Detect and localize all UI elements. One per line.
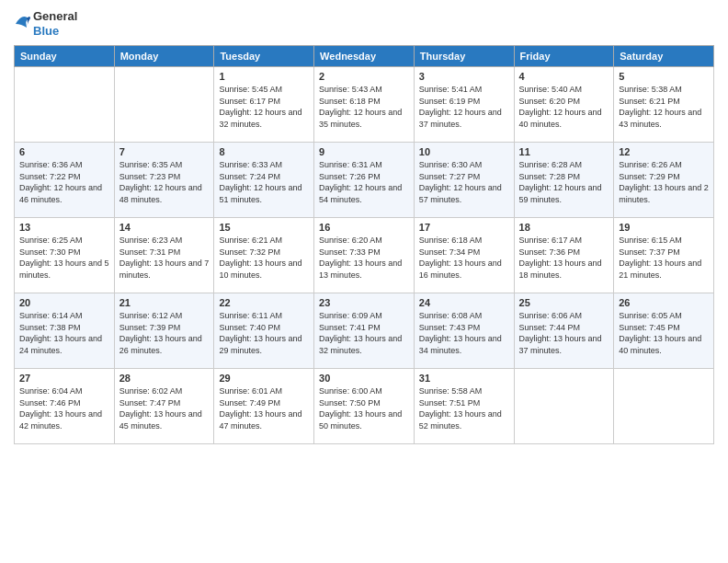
day-info: Sunrise: 6:35 AMSunset: 7:23 PMDaylight:… xyxy=(119,159,210,205)
calendar-cell: 1Sunrise: 5:45 AMSunset: 6:17 PMDaylight… xyxy=(214,67,314,143)
day-info: Sunrise: 6:18 AMSunset: 7:34 PMDaylight:… xyxy=(419,235,509,281)
day-number: 4 xyxy=(519,71,609,82)
calendar-cell: 9Sunrise: 6:31 AMSunset: 7:26 PMDaylight… xyxy=(314,143,415,218)
day-number: 16 xyxy=(319,222,409,233)
day-number: 13 xyxy=(19,222,109,233)
day-info: Sunrise: 6:08 AMSunset: 7:43 PMDaylight:… xyxy=(419,310,509,356)
day-number: 17 xyxy=(419,222,509,233)
day-info: Sunrise: 6:14 AMSunset: 7:38 PMDaylight:… xyxy=(19,310,109,356)
day-number: 19 xyxy=(619,222,709,233)
day-number: 9 xyxy=(319,146,409,157)
calendar-table: SundayMondayTuesdayWednesdayThursdayFrid… xyxy=(14,45,714,444)
calendar-cell: 8Sunrise: 6:33 AMSunset: 7:24 PMDaylight… xyxy=(214,143,314,218)
calendar-header-thursday: Thursday xyxy=(414,46,514,67)
day-number: 27 xyxy=(19,373,109,384)
day-info: Sunrise: 5:43 AMSunset: 6:18 PMDaylight:… xyxy=(319,84,409,130)
calendar-header-tuesday: Tuesday xyxy=(214,46,314,67)
calendar-cell: 19Sunrise: 6:15 AMSunset: 7:37 PMDayligh… xyxy=(614,218,714,293)
calendar-cell: 2Sunrise: 5:43 AMSunset: 6:18 PMDaylight… xyxy=(314,67,415,143)
day-number: 8 xyxy=(219,146,309,157)
day-info: Sunrise: 5:38 AMSunset: 6:21 PMDaylight:… xyxy=(619,84,709,130)
day-number: 15 xyxy=(219,222,309,233)
day-number: 2 xyxy=(319,71,409,82)
day-info: Sunrise: 6:36 AMSunset: 7:22 PMDaylight:… xyxy=(19,159,109,205)
calendar-week-2: 6Sunrise: 6:36 AMSunset: 7:22 PMDaylight… xyxy=(15,143,714,218)
calendar-cell xyxy=(514,369,614,444)
day-info: Sunrise: 6:17 AMSunset: 7:36 PMDaylight:… xyxy=(519,235,609,281)
calendar-week-1: 1Sunrise: 5:45 AMSunset: 6:17 PMDaylight… xyxy=(15,67,714,143)
calendar-header-sunday: Sunday xyxy=(15,46,115,67)
day-info: Sunrise: 6:21 AMSunset: 7:32 PMDaylight:… xyxy=(219,235,309,281)
day-info: Sunrise: 6:31 AMSunset: 7:26 PMDaylight:… xyxy=(319,159,409,205)
day-info: Sunrise: 6:05 AMSunset: 7:45 PMDaylight:… xyxy=(619,310,709,356)
day-number: 3 xyxy=(419,71,509,82)
calendar-cell: 4Sunrise: 5:40 AMSunset: 6:20 PMDaylight… xyxy=(514,67,614,143)
calendar-cell: 13Sunrise: 6:25 AMSunset: 7:30 PMDayligh… xyxy=(15,218,115,293)
calendar-cell: 6Sunrise: 6:36 AMSunset: 7:22 PMDaylight… xyxy=(15,143,115,218)
day-number: 29 xyxy=(219,373,309,384)
day-number: 11 xyxy=(519,146,609,157)
logo-general: General xyxy=(33,9,77,24)
day-info: Sunrise: 6:25 AMSunset: 7:30 PMDaylight:… xyxy=(19,235,109,281)
calendar-cell: 16Sunrise: 6:20 AMSunset: 7:33 PMDayligh… xyxy=(314,218,415,293)
calendar-cell xyxy=(614,369,714,444)
calendar-cell: 14Sunrise: 6:23 AMSunset: 7:31 PMDayligh… xyxy=(114,218,214,293)
calendar-cell: 21Sunrise: 6:12 AMSunset: 7:39 PMDayligh… xyxy=(114,293,214,369)
day-info: Sunrise: 6:02 AMSunset: 7:47 PMDaylight:… xyxy=(119,385,210,431)
day-number: 30 xyxy=(319,373,409,384)
day-info: Sunrise: 6:09 AMSunset: 7:41 PMDaylight:… xyxy=(319,310,409,356)
calendar-cell: 31Sunrise: 5:58 AMSunset: 7:51 PMDayligh… xyxy=(414,369,514,444)
day-info: Sunrise: 6:33 AMSunset: 7:24 PMDaylight:… xyxy=(219,159,309,205)
calendar-cell: 25Sunrise: 6:06 AMSunset: 7:44 PMDayligh… xyxy=(514,293,614,369)
day-info: Sunrise: 6:23 AMSunset: 7:31 PMDaylight:… xyxy=(119,235,210,281)
logo-container: General Blue xyxy=(14,9,77,38)
day-number: 23 xyxy=(319,297,409,308)
calendar-cell: 23Sunrise: 6:09 AMSunset: 7:41 PMDayligh… xyxy=(314,293,415,369)
calendar-cell: 15Sunrise: 6:21 AMSunset: 7:32 PMDayligh… xyxy=(214,218,314,293)
day-number: 18 xyxy=(519,222,609,233)
logo: General Blue xyxy=(14,9,77,38)
day-info: Sunrise: 6:15 AMSunset: 7:37 PMDaylight:… xyxy=(619,235,709,281)
day-number: 24 xyxy=(419,297,509,308)
calendar-cell xyxy=(15,67,115,143)
logo-bird-icon xyxy=(14,11,30,37)
day-info: Sunrise: 6:28 AMSunset: 7:28 PMDaylight:… xyxy=(519,159,609,205)
day-info: Sunrise: 6:06 AMSunset: 7:44 PMDaylight:… xyxy=(519,310,609,356)
calendar-week-3: 13Sunrise: 6:25 AMSunset: 7:30 PMDayligh… xyxy=(15,218,714,293)
calendar-cell: 7Sunrise: 6:35 AMSunset: 7:23 PMDaylight… xyxy=(114,143,214,218)
day-info: Sunrise: 5:58 AMSunset: 7:51 PMDaylight:… xyxy=(419,385,509,431)
day-number: 26 xyxy=(619,297,709,308)
logo-blue: Blue xyxy=(33,24,77,39)
calendar-week-5: 27Sunrise: 6:04 AMSunset: 7:46 PMDayligh… xyxy=(15,369,714,444)
day-number: 10 xyxy=(419,146,509,157)
day-info: Sunrise: 6:01 AMSunset: 7:49 PMDaylight:… xyxy=(219,385,309,431)
calendar-cell: 28Sunrise: 6:02 AMSunset: 7:47 PMDayligh… xyxy=(114,369,214,444)
calendar-header-wednesday: Wednesday xyxy=(314,46,415,67)
day-number: 31 xyxy=(419,373,509,384)
day-number: 5 xyxy=(619,71,709,82)
calendar-header-friday: Friday xyxy=(514,46,614,67)
calendar-cell: 11Sunrise: 6:28 AMSunset: 7:28 PMDayligh… xyxy=(514,143,614,218)
calendar-header-monday: Monday xyxy=(114,46,214,67)
calendar-cell: 20Sunrise: 6:14 AMSunset: 7:38 PMDayligh… xyxy=(15,293,115,369)
calendar-week-4: 20Sunrise: 6:14 AMSunset: 7:38 PMDayligh… xyxy=(15,293,714,369)
day-number: 20 xyxy=(19,297,109,308)
calendar-cell: 30Sunrise: 6:00 AMSunset: 7:50 PMDayligh… xyxy=(314,369,415,444)
day-number: 6 xyxy=(19,146,109,157)
calendar-cell: 27Sunrise: 6:04 AMSunset: 7:46 PMDayligh… xyxy=(15,369,115,444)
calendar-cell: 26Sunrise: 6:05 AMSunset: 7:45 PMDayligh… xyxy=(614,293,714,369)
calendar-cell: 10Sunrise: 6:30 AMSunset: 7:27 PMDayligh… xyxy=(414,143,514,218)
header: General Blue xyxy=(14,9,714,38)
day-info: Sunrise: 6:30 AMSunset: 7:27 PMDaylight:… xyxy=(419,159,509,205)
day-number: 28 xyxy=(119,373,210,384)
calendar-cell: 3Sunrise: 5:41 AMSunset: 6:19 PMDaylight… xyxy=(414,67,514,143)
calendar-cell: 17Sunrise: 6:18 AMSunset: 7:34 PMDayligh… xyxy=(414,218,514,293)
calendar-cell: 18Sunrise: 6:17 AMSunset: 7:36 PMDayligh… xyxy=(514,218,614,293)
day-info: Sunrise: 6:26 AMSunset: 7:29 PMDaylight:… xyxy=(619,159,709,205)
calendar-cell: 5Sunrise: 5:38 AMSunset: 6:21 PMDaylight… xyxy=(614,67,714,143)
day-number: 22 xyxy=(219,297,309,308)
calendar-header-row: SundayMondayTuesdayWednesdayThursdayFrid… xyxy=(15,46,714,67)
day-info: Sunrise: 5:41 AMSunset: 6:19 PMDaylight:… xyxy=(419,84,509,130)
calendar-cell: 29Sunrise: 6:01 AMSunset: 7:49 PMDayligh… xyxy=(214,369,314,444)
day-number: 12 xyxy=(619,146,709,157)
